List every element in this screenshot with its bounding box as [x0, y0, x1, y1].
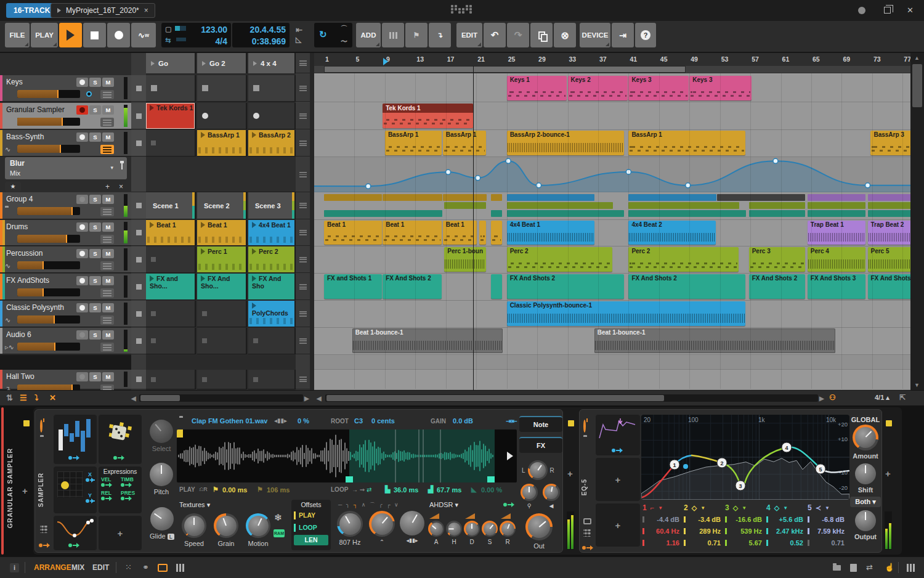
band-type-icon[interactable]: ◇ [692, 504, 697, 512]
track-row[interactable]: FX AndShotsSM [0, 274, 131, 300]
launcher-slot[interactable] [146, 246, 196, 273]
edit-menu-button[interactable]: EDIT [456, 23, 482, 47]
track-name[interactable]: Group 4 [6, 195, 33, 203]
insert-arrow-button[interactable]: ↴ [429, 23, 451, 47]
arranger-clip[interactable]: BassArp 2-bounce-1 [507, 131, 624, 155]
track-row[interactable]: Bass-SynthSM∿ [0, 130, 131, 157]
add-device-mid-button[interactable]: + [567, 468, 573, 479]
band-q[interactable]: 5.67 [725, 537, 766, 548]
track-lane-menu[interactable] [296, 328, 310, 354]
scene-play-icon[interactable] [202, 61, 206, 66]
scene-header[interactable]: Go [146, 53, 196, 73]
band-dropdown-icon[interactable]: ▼ [658, 505, 663, 511]
mode-select[interactable]: Both ▾ [849, 497, 881, 507]
arranger-clip[interactable]: BassArp 1 [443, 131, 486, 155]
tempo-display[interactable]: ▢ ⇆ 123.00 4/4 [161, 23, 231, 47]
clip-stop-button[interactable] [131, 192, 146, 219]
clip-stop-button[interactable] [131, 301, 146, 327]
env-mod-arrow[interactable] [612, 448, 623, 453]
solo-button[interactable]: S [89, 195, 101, 204]
band-gain[interactable]: -4.4 dB [642, 513, 683, 525]
offset-loop[interactable]: LOOP [294, 523, 328, 533]
automation-curve[interactable] [314, 157, 910, 192]
param-dropdown-icon[interactable]: ▾ [110, 165, 113, 171]
launcher-slot[interactable]: 4x4 Beat 1 [248, 220, 296, 246]
loop-end-handle[interactable] [487, 476, 495, 482]
launcher-slot[interactable]: Beat 1 [197, 220, 247, 246]
band-gain[interactable]: -3.4 dB [684, 513, 724, 525]
band-freq[interactable]: 2.47 kHz [766, 525, 807, 537]
arrangement-cue-strip[interactable] [324, 66, 686, 73]
arranger-clip[interactable]: Classic Polysynth-bounce-1 [507, 301, 746, 326]
clip-play-icon[interactable] [201, 132, 205, 138]
punch-icons[interactable]: ⇤ ◺ [292, 23, 313, 47]
shift-knob[interactable]: Shift [849, 463, 881, 494]
scroll-down-icon[interactable]: ▼ [914, 382, 920, 388]
arranger-clip[interactable]: 4x4 Beat 2 [628, 221, 716, 245]
ahdsr-knob-a[interactable]: A [428, 521, 444, 545]
mute-button[interactable]: M [102, 132, 114, 142]
launcher-slot[interactable] [197, 75, 247, 102]
redo-button[interactable]: ↷ [507, 23, 529, 47]
clip-stop-button[interactable] [131, 328, 146, 354]
track-lane-menu[interactable] [296, 103, 310, 129]
arranger-clip[interactable]: FX And Shots 2 [749, 274, 805, 299]
arranger-clip[interactable]: Perc 4 [808, 247, 865, 272]
band-q[interactable]: 0.71 [684, 537, 724, 548]
scene-header[interactable]: Go 2 [197, 53, 247, 73]
slot-record-circle[interactable] [253, 113, 259, 119]
out-knob[interactable]: Out [525, 513, 553, 550]
add-track-row[interactable]: + [0, 355, 131, 370]
track-row[interactable]: DrumsSM [0, 220, 131, 246]
filter-freq-knob[interactable]: 807 Hz [337, 511, 363, 546]
track-name[interactable]: Audio 6 [6, 330, 31, 339]
play-button[interactable] [59, 23, 82, 47]
key-knob[interactable]: ⚲ [521, 484, 538, 509]
output-knob[interactable]: Output [849, 510, 881, 540]
track-lane-menu[interactable] [296, 192, 310, 219]
expr-vel[interactable]: VEL [101, 476, 120, 489]
pitch-knob[interactable]: Pitch [150, 463, 173, 495]
track-row[interactable]: Granular SamplerSM [0, 103, 131, 129]
band-q[interactable]: 0.52 [766, 537, 807, 548]
solo-button[interactable]: S [89, 276, 101, 285]
note-section-button[interactable]: Note [519, 416, 562, 432]
band-dropdown-icon[interactable]: ▼ [783, 505, 788, 511]
file-menu-button[interactable]: FILE [5, 23, 30, 47]
remove-lane-icon[interactable]: × [119, 182, 123, 191]
track-lane-menu[interactable] [296, 301, 310, 327]
track-menu-button[interactable] [100, 315, 114, 325]
band-freq[interactable]: 289 Hz [684, 525, 724, 537]
arranger-clip[interactable] [491, 274, 502, 299]
arranger-track-row[interactable] [314, 370, 910, 390]
track-menu-button[interactable] [100, 261, 114, 271]
view-tab-mix[interactable]: MIX [71, 563, 84, 572]
volume-slider[interactable] [17, 145, 80, 153]
device-menu-button[interactable]: DEVICE [580, 23, 610, 47]
automation-param-name[interactable]: Mix [5, 169, 127, 177]
eq-band-1[interactable]: 1⌐▼-4.4 dB60.4 Hz1.16 [642, 502, 683, 548]
track-row[interactable]: Classic PolysynthSM∿ [0, 301, 131, 327]
band-type-icon[interactable]: ◇ [733, 504, 738, 512]
duplicate-button[interactable] [530, 23, 553, 47]
xy-x-out[interactable]: X [86, 471, 94, 484]
track-menu-button[interactable] [100, 207, 114, 216]
clip-play-icon[interactable] [252, 248, 256, 254]
automation-lane[interactable] [314, 157, 910, 192]
scroll-up-icon[interactable]: ▲ [914, 55, 920, 61]
volume-slider[interactable] [17, 288, 80, 296]
favorite-star-button[interactable]: ★ [5, 182, 21, 192]
launcher-slot[interactable] [146, 75, 196, 102]
track-name[interactable]: Keys [6, 78, 23, 86]
window-restore-button[interactable] [884, 7, 891, 14]
sampler-device[interactable]: SAMPLER X Y Expressions VEL TIMB [34, 409, 563, 553]
clip-stop-button[interactable] [131, 370, 146, 389]
reverse-icon[interactable]: ⎌R [199, 486, 208, 493]
fade-curve-icon[interactable]: ⌒ [341, 24, 347, 33]
arranger-timeline[interactable]: Keys 1Keys 2Keys 3Keys 3Tek Kords 1BassA… [314, 53, 910, 390]
launcher-slot[interactable] [197, 370, 247, 389]
arr-scroll-right-icon[interactable]: ▶ [819, 395, 824, 402]
track-lane-menu[interactable] [296, 370, 310, 389]
band-gain[interactable]: -16.6 dB [725, 513, 766, 525]
band-freq[interactable]: 7.59 kHz [808, 525, 848, 537]
